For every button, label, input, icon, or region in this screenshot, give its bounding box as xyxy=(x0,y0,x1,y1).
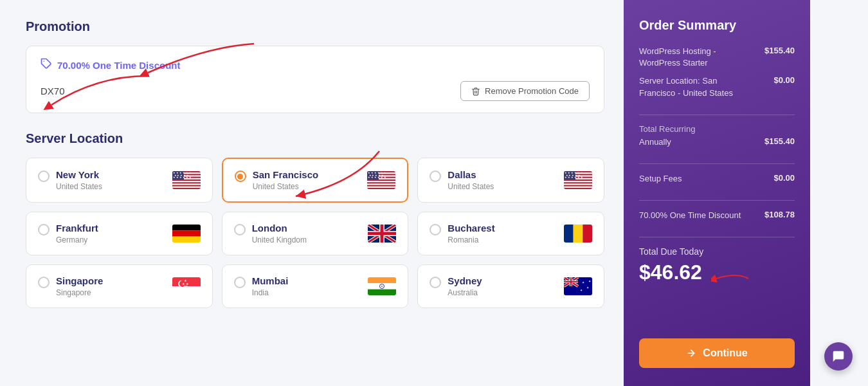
chat-icon xyxy=(831,349,845,363)
svg-rect-48 xyxy=(583,225,592,243)
promo-bottom: DX70 Remove Promotion Code xyxy=(41,81,590,101)
location-left-san-francisco: San Francisco United States xyxy=(235,169,319,191)
promo-discount-text: 70.00% One Time Discount xyxy=(57,60,180,71)
location-card-london[interactable]: London United Kingdom xyxy=(222,212,409,255)
svg-text:★ ★ ★ ★ ★ ★: ★ ★ ★ ★ ★ ★ xyxy=(565,176,583,179)
svg-rect-35 xyxy=(172,230,201,236)
divider-3 xyxy=(639,200,795,201)
svg-rect-7 xyxy=(172,187,201,188)
location-name-dallas: Dallas xyxy=(448,169,494,180)
location-name-sydney: Sydney xyxy=(448,275,482,286)
location-info-singapore: Singapore Singapore xyxy=(56,275,103,297)
location-left-dallas: Dallas United States xyxy=(429,169,494,191)
arrow-total xyxy=(711,269,750,288)
divider-4 xyxy=(639,237,795,237)
radio-london xyxy=(234,224,246,235)
radio-dallas xyxy=(429,170,441,182)
flag-de-frankfurt xyxy=(172,225,201,243)
location-country-mumbai: India xyxy=(252,288,289,297)
location-card-singapore[interactable]: Singapore Singapore ★ ★ ★ ★ ★ xyxy=(26,264,213,308)
svg-rect-58 xyxy=(368,277,396,283)
location-info-dallas: Dallas United States xyxy=(448,169,494,191)
order-row-setup: Setup Fees $0.00 xyxy=(639,173,795,185)
svg-text:✦: ✦ xyxy=(588,279,591,283)
order-label-location: Server Location: San Francisco - United … xyxy=(639,75,742,98)
radio-sydney xyxy=(429,277,441,288)
location-country-frankfurt: Germany xyxy=(56,235,98,244)
location-country-new-york: United States xyxy=(56,182,102,191)
svg-rect-16 xyxy=(367,181,395,182)
svg-rect-18 xyxy=(367,187,395,188)
svg-text:✦: ✦ xyxy=(582,280,584,284)
location-name-san-francisco: San Francisco xyxy=(253,169,319,180)
location-card-sydney[interactable]: Sydney Australia xyxy=(417,264,604,308)
location-card-new-york[interactable]: New York United States ★ ★ ★ ★ ★ ★ ★ xyxy=(26,158,213,203)
location-card-dallas[interactable]: Dallas United States ★ ★ ★ ★ ★ ★ ★ ★ xyxy=(417,158,604,203)
location-card-san-francisco[interactable]: San Francisco United States ★ ★ ★ ★ ★ ★ xyxy=(222,158,409,203)
radio-new-york xyxy=(38,170,50,182)
location-country-bucharest: Romania xyxy=(448,235,494,244)
flag-us-new-york: ★ ★ ★ ★ ★ ★ ★ ★ ★ ★ ★ ★ ★ ★ ★ ★ ★ xyxy=(172,171,201,189)
svg-rect-5 xyxy=(172,181,201,182)
continue-label: Continue xyxy=(703,347,747,359)
total-due-amount: $46.62 xyxy=(639,261,702,284)
server-location-title: Server Location xyxy=(26,131,604,146)
order-summary-title: Order Summary xyxy=(639,18,795,33)
location-country-sydney: Australia xyxy=(448,288,482,297)
order-summary-sidebar: Order Summary WordPress Hosting - WordPr… xyxy=(624,0,810,386)
radio-bucharest xyxy=(429,224,441,235)
location-name-singapore: Singapore xyxy=(56,275,103,286)
svg-rect-34 xyxy=(172,225,201,230)
total-recurring-label: Total Recurring xyxy=(639,124,795,134)
remove-promo-button[interactable]: Remove Promotion Code xyxy=(460,81,590,101)
flag-in-mumbai xyxy=(368,277,396,295)
order-row-location: Server Location: San Francisco - United … xyxy=(639,75,795,98)
location-name-mumbai: Mumbai xyxy=(252,275,289,286)
location-name-frankfurt: Frankfurt xyxy=(56,223,98,234)
svg-rect-60 xyxy=(368,290,396,295)
flag-uk-london xyxy=(368,225,396,243)
location-country-singapore: Singapore xyxy=(56,288,103,297)
flag-us-dallas: ★ ★ ★ ★ ★ ★ ★ ★ ★ ★ ★ ★ ★ ★ ★ ★ ★ xyxy=(564,171,592,189)
location-name-london: London xyxy=(252,223,307,234)
location-info-mumbai: Mumbai India xyxy=(252,275,289,297)
svg-rect-6 xyxy=(172,183,201,185)
trash-icon xyxy=(471,87,480,96)
svg-rect-36 xyxy=(172,237,201,243)
svg-text:✦: ✦ xyxy=(586,286,589,290)
flag-sg-singapore: ★ ★ ★ ★ ★ xyxy=(172,277,201,295)
order-label-discount: 70.00% One Time Discount xyxy=(639,210,741,221)
location-name-new-york: New York xyxy=(56,169,102,180)
promo-code-value: DX70 xyxy=(41,86,65,96)
location-card-bucharest[interactable]: Bucharest Romania xyxy=(417,212,604,255)
chat-bubble[interactable] xyxy=(824,342,853,371)
location-left-singapore: Singapore Singapore xyxy=(38,275,103,297)
divider-2 xyxy=(639,163,795,164)
location-card-mumbai[interactable]: Mumbai India xyxy=(222,264,409,308)
svg-point-62 xyxy=(382,286,383,287)
svg-rect-28 xyxy=(564,183,592,185)
svg-text:★ ★ ★ ★ ★ ★: ★ ★ ★ ★ ★ ★ xyxy=(368,176,386,179)
svg-rect-27 xyxy=(564,181,592,182)
order-value-annually: $155.40 xyxy=(764,136,795,146)
order-value-setup: $0.00 xyxy=(773,173,795,183)
location-info-sydney: Sydney Australia xyxy=(448,275,482,297)
location-card-frankfurt[interactable]: Frankfurt Germany xyxy=(26,212,213,255)
order-row-hosting: WordPress Hosting - WordPress Starter $1… xyxy=(639,46,795,69)
total-due-label: Total Due Today xyxy=(639,246,795,257)
flag-us-san-francisco: ★ ★ ★ ★ ★ ★ ★ ★ ★ ★ ★ ★ ★ ★ ★ ★ ★ xyxy=(367,171,395,189)
location-left-mumbai: Mumbai India xyxy=(234,275,289,297)
order-label-hosting: WordPress Hosting - WordPress Starter xyxy=(639,46,742,69)
location-name-bucharest: Bucharest xyxy=(448,223,494,234)
radio-singapore xyxy=(38,277,50,288)
divider-1 xyxy=(639,115,795,115)
location-left-new-york: New York United States xyxy=(38,169,102,191)
svg-rect-29 xyxy=(564,187,592,188)
order-row-discount: 70.00% One Time Discount $108.78 xyxy=(639,210,795,221)
svg-rect-47 xyxy=(574,225,583,243)
continue-button[interactable]: Continue xyxy=(639,338,795,368)
radio-frankfurt xyxy=(38,224,50,235)
order-value-location: $0.00 xyxy=(773,75,795,85)
location-info-san-francisco: San Francisco United States xyxy=(253,169,319,191)
svg-text:✦: ✦ xyxy=(580,288,583,292)
